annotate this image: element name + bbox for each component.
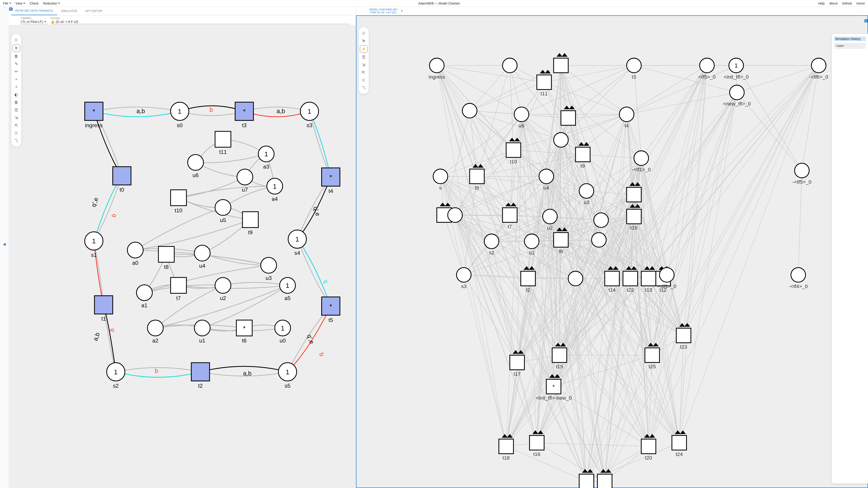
link-github[interactable]: GitHub	[842, 2, 852, 5]
main-menu: FileViewCheckReduction	[3, 2, 60, 5]
right-menu: HelpAboutGitHubHome	[818, 2, 865, 5]
app-title: AdamWEB — Model Checker	[60, 2, 818, 5]
topbar: FileViewCheckReduction AdamWEB — Model C…	[0, 0, 868, 7]
menu-view[interactable]: View	[16, 2, 25, 5]
link-home[interactable]: Home	[857, 2, 865, 5]
left-collapse[interactable]: ◀	[0, 0, 8, 7]
menu-reduction[interactable]: Reduction	[43, 2, 60, 5]
link-help[interactable]: Help	[818, 2, 825, 5]
menu-check[interactable]: Check	[30, 2, 39, 5]
link-about[interactable]: About	[829, 2, 837, 5]
